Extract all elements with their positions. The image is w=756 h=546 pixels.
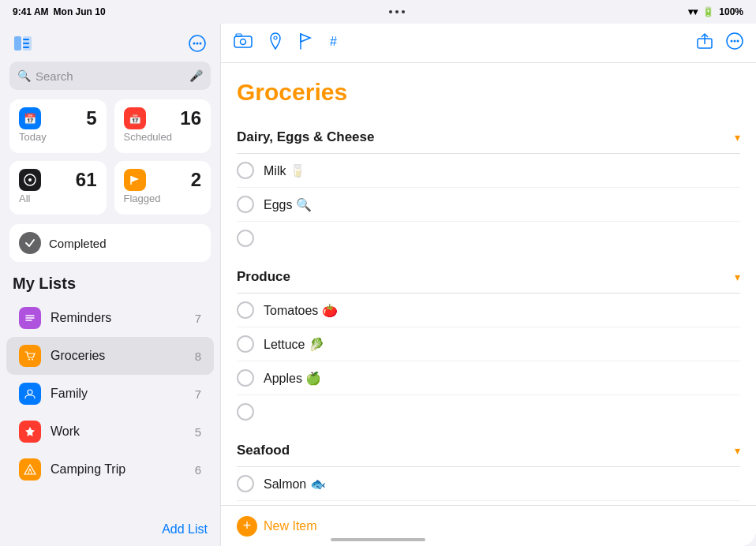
todo-check-milk[interactable] <box>237 162 254 179</box>
section-header-produce[interactable]: Produce ▾ <box>237 261 740 294</box>
status-bar: 9:41 AM Mon Jun 10 ▾▾ 🔋 100% <box>0 0 756 24</box>
add-list-button[interactable]: Add List <box>0 513 220 546</box>
camping-icon <box>19 458 41 481</box>
sidebar-more-button[interactable] <box>185 32 209 55</box>
today-icon: 📅 <box>19 107 41 129</box>
svg-rect-21 <box>234 36 252 47</box>
completed-icon <box>19 232 41 254</box>
toolbar-location-icon[interactable] <box>268 32 283 54</box>
list-title: Groceries <box>237 79 740 106</box>
list-item-reminders[interactable]: Reminders 7 <box>6 299 214 337</box>
list-content: Groceries Dairy, Eggs & Cheese ▾ Milk 🥛 … <box>221 63 756 505</box>
svg-point-7 <box>196 43 199 45</box>
section-header-dairy[interactable]: Dairy, Eggs & Cheese ▾ <box>237 122 740 154</box>
sidebar: 🔍 Search 🎤 📅 5 Today 📅 16 Scheduled <box>0 24 221 546</box>
work-label: Work <box>51 424 185 439</box>
list-item-camping[interactable]: Camping Trip 6 <box>6 451 214 488</box>
smart-card-today[interactable]: 📅 5 Today <box>9 99 107 153</box>
flagged-label: Flagged <box>124 193 202 204</box>
groceries-icon <box>19 345 41 367</box>
mic-icon[interactable]: 🎤 <box>189 69 203 82</box>
battery-percent: 100% <box>719 6 743 17</box>
todo-text-lettuce: Lettuce 🥬 <box>264 337 324 352</box>
todo-text-tomatoes: Tomatoes 🍅 <box>264 303 338 318</box>
search-placeholder: Search <box>36 69 185 83</box>
wifi-icon: ▾▾ <box>688 6 698 17</box>
section-header-seafood[interactable]: Seafood ▾ <box>237 435 740 467</box>
work-icon <box>19 421 41 443</box>
bottom-bar: + New Item <box>221 505 756 546</box>
section-title-seafood: Seafood <box>237 443 290 458</box>
todo-item: Lettuce 🥬 <box>237 327 740 361</box>
svg-point-23 <box>241 39 246 45</box>
toolbar-share-icon[interactable] <box>696 32 713 54</box>
completed-item[interactable]: Completed <box>9 224 211 262</box>
svg-rect-22 <box>236 34 241 36</box>
status-time-date: 9:41 AM Mon Jun 10 <box>13 6 106 17</box>
add-circle-produce <box>237 403 254 421</box>
list-item-work[interactable]: Work 5 <box>6 413 214 451</box>
toolbar: # <box>221 24 756 63</box>
camping-label: Camping Trip <box>51 462 185 477</box>
search-icon: 🔍 <box>17 69 31 82</box>
svg-point-24 <box>274 36 277 39</box>
todo-item: Eggs 🔍 <box>237 188 740 222</box>
search-bar[interactable]: 🔍 Search 🎤 <box>9 62 211 90</box>
svg-text:#: # <box>330 35 337 48</box>
list-item-family[interactable]: Family 7 <box>6 375 214 413</box>
work-count: 5 <box>195 425 201 439</box>
toolbar-right <box>696 32 743 54</box>
section-seafood: Seafood ▾ Salmon 🐟 <box>237 435 740 505</box>
reminders-icon <box>19 307 41 329</box>
all-icon <box>19 169 41 191</box>
todo-check-apples[interactable] <box>237 369 254 387</box>
section-dairy: Dairy, Eggs & Cheese ▾ Milk 🥛 Eggs 🔍 <box>237 122 740 255</box>
todo-text-salmon: Salmon 🐟 <box>264 477 326 492</box>
section-title-dairy: Dairy, Eggs & Cheese <box>237 129 374 145</box>
camping-count: 6 <box>195 463 201 477</box>
reminders-label: Reminders <box>51 311 185 325</box>
toolbar-more-icon[interactable] <box>726 32 743 54</box>
smart-card-flagged[interactable]: 2 Flagged <box>114 161 211 215</box>
status-date: Mon Jun 10 <box>54 6 106 17</box>
sidebar-toggle-button[interactable] <box>11 32 35 55</box>
status-indicators: ▾▾ 🔋 100% <box>688 6 743 17</box>
todo-item: Milk 🥛 <box>237 154 740 188</box>
scheduled-icon: 📅 <box>124 107 146 129</box>
todo-check-salmon[interactable] <box>237 475 254 492</box>
section-chevron-dairy: ▾ <box>735 131 740 144</box>
toolbar-left: # <box>234 32 346 54</box>
svg-point-31 <box>737 40 739 43</box>
add-item-row-dairy[interactable] <box>237 222 740 255</box>
family-icon <box>19 383 41 405</box>
todo-check-tomatoes[interactable] <box>237 301 254 319</box>
status-dots <box>389 10 405 13</box>
section-title-produce: Produce <box>237 269 290 285</box>
toolbar-tag-icon[interactable]: # <box>328 32 346 54</box>
family-label: Family <box>51 387 185 401</box>
all-count: 61 <box>76 169 97 191</box>
status-time: 9:41 AM <box>13 6 49 17</box>
section-chevron-seafood: ▾ <box>735 444 740 457</box>
smart-card-scheduled[interactable]: 📅 16 Scheduled <box>114 99 211 153</box>
new-item-button[interactable]: + New Item <box>237 516 317 537</box>
todo-check-eggs[interactable] <box>237 196 254 213</box>
toolbar-flag-icon[interactable] <box>298 32 313 54</box>
toolbar-camera-icon[interactable] <box>234 33 253 53</box>
completed-label: Completed <box>49 237 107 250</box>
svg-point-30 <box>734 40 736 43</box>
list-item-groceries[interactable]: Groceries 8 <box>6 337 214 375</box>
flagged-count: 2 <box>191 169 201 191</box>
family-count: 7 <box>195 387 201 401</box>
todo-text-apples: Apples 🍏 <box>264 371 321 386</box>
svg-rect-2 <box>23 39 29 40</box>
new-item-plus-icon: + <box>237 516 257 537</box>
all-label: All <box>19 193 97 204</box>
add-item-row-produce[interactable] <box>237 395 740 428</box>
home-indicator <box>331 538 425 541</box>
smart-card-all[interactable]: 61 All <box>9 161 107 215</box>
svg-point-8 <box>200 43 202 45</box>
todo-check-lettuce[interactable] <box>237 335 254 353</box>
svg-point-16 <box>28 359 30 361</box>
scheduled-count: 16 <box>180 107 201 129</box>
